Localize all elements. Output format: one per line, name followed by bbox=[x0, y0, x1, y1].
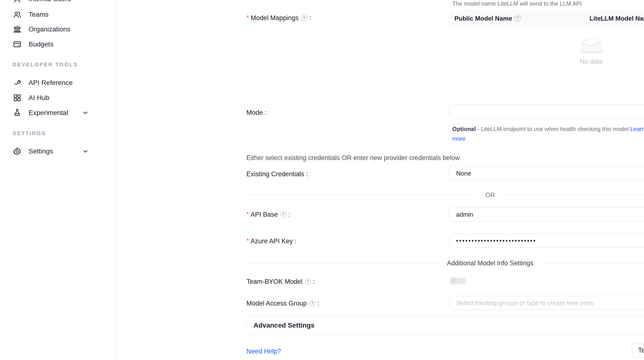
credit-card-icon bbox=[12, 40, 22, 49]
model-mappings-table: Public Model Name ? LiteLLM Model Name ?… bbox=[449, 10, 644, 97]
sidebar-item-label: Internal Users bbox=[28, 0, 71, 3]
sidebar-item-label: Teams bbox=[28, 11, 48, 18]
sidebar-section-developer-tools: DEVELOPER TOOLS bbox=[12, 61, 78, 68]
users-icon bbox=[12, 10, 22, 19]
additional-settings-divider: Additional Model Info Settings bbox=[246, 259, 644, 267]
sidebar-section-settings: SETTINGS bbox=[12, 130, 46, 137]
model-access-group-select[interactable]: Select existing groups or type to create… bbox=[449, 296, 644, 310]
help-icon[interactable]: ? bbox=[280, 212, 287, 218]
column-header-public-model-name: Public Model Name ? bbox=[449, 15, 585, 22]
mode-help-text: Optional - LiteLLM endpoint to use when … bbox=[452, 124, 644, 144]
help-icon[interactable]: ? bbox=[301, 15, 307, 21]
advanced-settings-accordion[interactable]: Advanced Settings bbox=[246, 316, 644, 335]
column-header-litellm-model-name: LiteLLM Model Name ? bbox=[585, 15, 644, 22]
sidebar-item-label: Budgets bbox=[28, 40, 54, 48]
chevron-down-icon bbox=[82, 148, 89, 155]
sidebar-item-experimental[interactable]: Experimental bbox=[12, 108, 112, 118]
user-icon bbox=[12, 0, 22, 4]
need-help-link[interactable]: Need Help? bbox=[246, 348, 281, 355]
credentials-note: Either select existing credentials OR en… bbox=[246, 154, 460, 162]
existing-credentials-select[interactable]: None bbox=[449, 166, 644, 180]
advanced-settings-title: Advanced Settings bbox=[254, 322, 314, 329]
sidebar: Internal Users Teams Organizations Budge… bbox=[0, 0, 117, 360]
help-icon[interactable]: ? bbox=[309, 300, 316, 307]
toggle-knob bbox=[449, 276, 458, 285]
help-icon[interactable]: ? bbox=[514, 15, 521, 22]
column-divider bbox=[585, 14, 585, 23]
empty-inbox-icon bbox=[449, 38, 644, 54]
sidebar-item-label: Settings bbox=[28, 148, 53, 155]
model-access-group-placeholder: Select existing groups or type to create… bbox=[456, 299, 594, 307]
required-mark: * bbox=[246, 237, 249, 244]
or-text: OR bbox=[486, 191, 495, 199]
add-model-form: The model name LiteLLM will send to the … bbox=[117, 0, 644, 360]
test-connect-button[interactable]: Test Connect bbox=[632, 344, 644, 357]
api-base-label: * API Base ? : bbox=[246, 211, 290, 218]
sidebar-item-teams[interactable]: Teams bbox=[12, 9, 112, 20]
api-base-input[interactable] bbox=[456, 211, 644, 218]
bank-icon bbox=[12, 25, 22, 34]
existing-credentials-value: None bbox=[456, 170, 471, 177]
mode-select[interactable] bbox=[449, 104, 644, 119]
azure-api-key-field bbox=[449, 234, 644, 248]
sidebar-item-ai-hub[interactable]: AI Hub bbox=[12, 92, 112, 103]
sidebar-item-organizations[interactable]: Organizations bbox=[12, 24, 112, 34]
plug-icon bbox=[12, 78, 22, 88]
azure-api-key-input[interactable] bbox=[456, 237, 644, 244]
gear-icon bbox=[12, 147, 22, 156]
team-byok-label: Team-BYOK Model ? : bbox=[246, 278, 315, 286]
additional-settings-text: Additional Model Info Settings bbox=[447, 260, 533, 267]
sidebar-item-internal-users[interactable]: Internal Users bbox=[12, 0, 112, 4]
sidebar-item-budgets[interactable]: Budgets bbox=[12, 39, 112, 50]
sidebar-item-label: Experimental bbox=[28, 109, 68, 117]
no-data-text: No data bbox=[449, 58, 644, 65]
api-base-field bbox=[449, 208, 644, 222]
table-empty-body: No data bbox=[449, 27, 644, 97]
grid-icon bbox=[12, 93, 22, 102]
table-header-row: Public Model Name ? LiteLLM Model Name ? bbox=[449, 10, 644, 27]
sidebar-item-api-reference[interactable]: API Reference bbox=[12, 78, 112, 88]
sidebar-item-label: Organizations bbox=[28, 26, 70, 33]
sidebar-item-label: AI Hub bbox=[28, 94, 50, 102]
chevron-down-icon bbox=[82, 109, 89, 116]
existing-credentials-label: Existing Credentials : bbox=[246, 170, 308, 178]
sidebar-item-settings[interactable]: Settings bbox=[12, 146, 112, 157]
model-access-group-label: Model Access Group ? : bbox=[246, 300, 319, 307]
required-mark: * bbox=[246, 210, 249, 218]
flask-icon bbox=[12, 108, 22, 118]
public-name-help-text: The model name LiteLLM will send to the … bbox=[452, 0, 582, 7]
model-mappings-label: * Model Mappings ? : bbox=[246, 14, 311, 22]
required-mark: * bbox=[246, 14, 249, 21]
mode-label: Mode : bbox=[246, 109, 266, 116]
sidebar-item-label: API Reference bbox=[28, 79, 73, 87]
or-divider: OR bbox=[246, 191, 644, 199]
azure-api-key-label: * Azure API Key : bbox=[246, 238, 296, 245]
team-byok-toggle[interactable] bbox=[449, 276, 466, 285]
help-icon[interactable]: ? bbox=[305, 279, 311, 285]
